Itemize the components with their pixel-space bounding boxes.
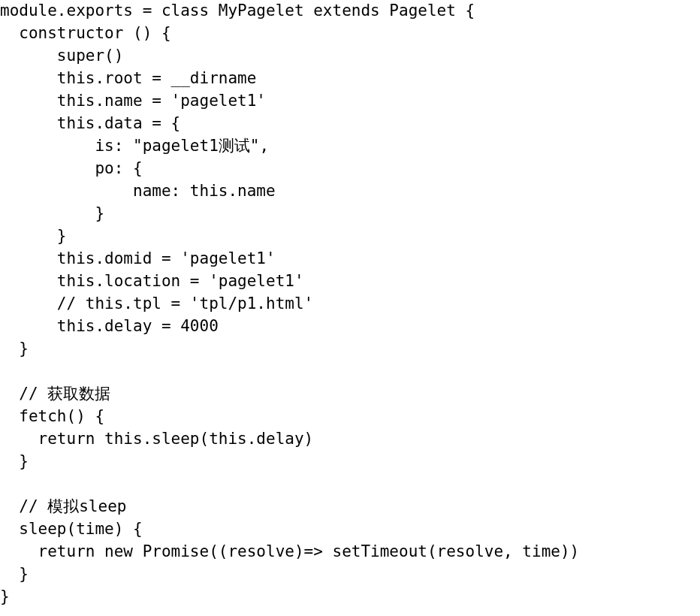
code-block: module.exports = class MyPagelet extends… (0, 0, 700, 608)
code-content: module.exports = class MyPagelet extends… (0, 2, 579, 605)
